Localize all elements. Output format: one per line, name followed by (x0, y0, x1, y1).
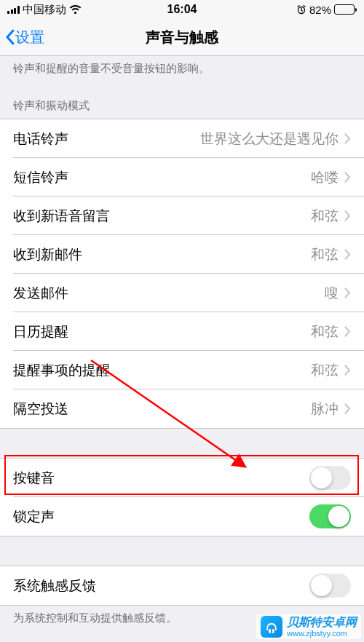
cell-label: 系统触感反馈 (13, 576, 96, 595)
back-button[interactable]: 设置 (0, 28, 44, 47)
chevron-right-icon (344, 210, 351, 221)
carrier-label: 中国移动 (23, 3, 66, 17)
battery-icon (334, 4, 357, 15)
cell-value: 和弦 (311, 207, 339, 226)
chevron-right-icon (344, 133, 351, 144)
cell-label: 锁定声 (13, 507, 55, 526)
chevron-right-icon (344, 288, 351, 298)
toggle-switch[interactable] (309, 466, 351, 490)
chevron-right-icon (344, 326, 351, 337)
cell-label: 按键音 (13, 469, 55, 488)
chevron-right-icon (344, 172, 351, 183)
ringtone-cell[interactable]: 电话铃声 世界这么大还是遇见你 (0, 119, 364, 158)
toggle-switch[interactable] (309, 574, 351, 598)
cell-label: 发送邮件 (13, 284, 68, 303)
cell-label: 电话铃声 (13, 130, 68, 148)
ringtone-cell[interactable]: 短信铃声 哈喽 (0, 158, 364, 197)
cell-label: 收到新邮件 (13, 245, 82, 264)
ringtone-cell[interactable]: 隔空投送 脉冲 (0, 389, 364, 428)
page-title: 声音与触感 (146, 28, 218, 47)
cell-label: 短信铃声 (13, 168, 68, 187)
cell-label: 提醒事项的提醒 (13, 361, 110, 380)
cell-value: 哈喽 (311, 168, 339, 187)
cell-label: 隔空投送 (13, 400, 68, 419)
cell-value: 脉冲 (311, 400, 339, 419)
watermark-url: www.zjbstyy.com (287, 629, 357, 638)
status-bar: 中国移动 16:04 82% (0, 0, 364, 19)
cell-value: 和弦 (311, 245, 339, 264)
cell-value: 和弦 (311, 322, 339, 341)
ringtone-cell[interactable]: 收到新邮件 和弦 (0, 235, 364, 274)
battery-pct: 82% (309, 4, 331, 16)
cell-value: 嗖 (325, 284, 339, 303)
wifi-icon (69, 5, 82, 15)
ringtone-group: 电话铃声 世界这么大还是遇见你 短信铃声 哈喽 收到新语音留言 和弦 收到新邮件… (0, 119, 364, 429)
haptic-group: 系统触感反馈 (0, 566, 364, 606)
status-right: 82% (296, 4, 357, 16)
keyboard-clicks-cell[interactable]: 按键音 (0, 459, 364, 497)
watermark: 贝斯特安卓网 www.zjbstyy.com (256, 614, 361, 639)
lock-sound-cell[interactable]: 锁定声 (0, 497, 364, 536)
nav-bar: 设置 声音与触感 (0, 19, 364, 56)
watermark-name: 贝斯特安卓网 (287, 616, 357, 629)
chevron-right-icon (344, 249, 351, 260)
haptic-cell[interactable]: 系统触感反馈 (0, 566, 364, 605)
chevron-right-icon (344, 365, 351, 376)
sound-toggle-group: 按键音 锁定声 (0, 458, 364, 536)
signal-icon (7, 5, 20, 14)
ringtone-cell[interactable]: 日历提醒 和弦 (0, 312, 364, 351)
chevron-right-icon (344, 403, 351, 414)
chevron-left-icon (4, 28, 15, 46)
volume-footer: 铃声和提醒的音量不受音量按钮的影响。 (0, 56, 364, 83)
toggle-switch[interactable] (309, 504, 351, 528)
cell-value: 世界这么大还是遇见你 (200, 130, 339, 148)
status-time: 16:04 (167, 3, 197, 16)
ringtone-cell[interactable]: 发送邮件 嗖 (0, 274, 364, 312)
ringtone-cell[interactable]: 收到新语音留言 和弦 (0, 197, 364, 235)
back-label: 设置 (15, 28, 44, 47)
watermark-logo-icon (261, 616, 282, 638)
alarm-icon (296, 4, 306, 15)
cell-label: 收到新语音留言 (13, 207, 110, 226)
cell-label: 日历提醒 (13, 322, 68, 341)
status-left: 中国移动 (7, 3, 82, 17)
section-header-ringtone: 铃声和振动模式 (0, 83, 364, 119)
cell-value: 和弦 (311, 361, 339, 380)
ringtone-cell[interactable]: 提醒事项的提醒 和弦 (0, 351, 364, 389)
